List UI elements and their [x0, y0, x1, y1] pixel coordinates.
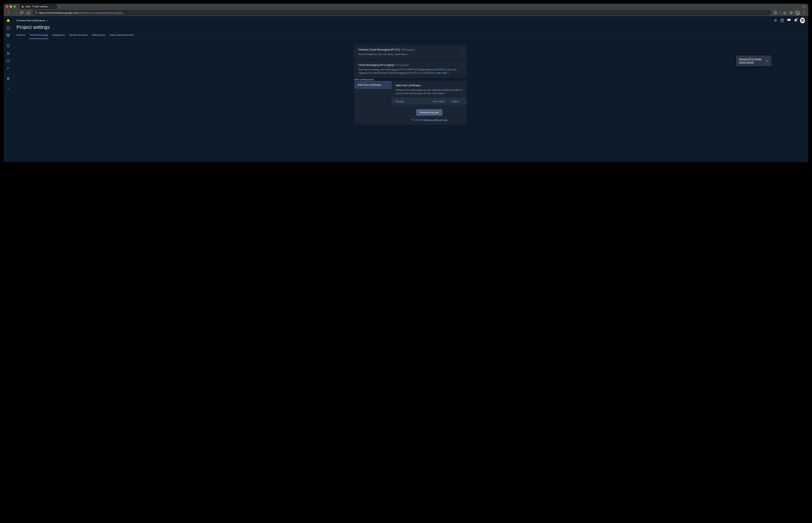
- sidebar-people-icon[interactable]: [5, 50, 12, 56]
- web-config-heading: Web configuration: [351, 78, 471, 81]
- theme-toggle-icon[interactable]: [773, 18, 778, 22]
- tab-data-privacy[interactable]: Data privacy: [92, 32, 105, 39]
- project-name: Chrome Push Notifications: [17, 19, 45, 22]
- config-main: Web Push certificates Firebase Cloud Mes…: [392, 81, 467, 125]
- new-tab-button[interactable]: +: [57, 5, 63, 8]
- manage-api-popup[interactable]: Manage API in Google Cloud Console: [736, 55, 772, 66]
- topbar-right: [773, 18, 805, 22]
- card-desc: Recommended for most use cases. Learn mo…: [358, 53, 462, 56]
- site-info-icon[interactable]: [35, 12, 37, 14]
- tab-strip: Libby - Project settings - Fire × +: [19, 4, 63, 9]
- import-key-pair-link[interactable]: import an existing key pair: [423, 119, 447, 121]
- browser-window: Libby - Project settings - Fire × + ⌄ ht: [4, 4, 808, 162]
- dropdown-icon: ▼: [47, 19, 48, 21]
- fcm-v1-card: Firebase Cloud Messaging API (V1) Disabl…: [354, 45, 467, 59]
- side-panel-button[interactable]: [789, 10, 794, 15]
- tab-integrations[interactable]: Integrations: [52, 32, 65, 39]
- external-link-icon: [766, 59, 769, 62]
- disabled-badge: Disabled: [396, 64, 409, 67]
- svg-rect-12: [9, 77, 10, 78]
- labs-button[interactable]: [782, 10, 787, 15]
- window-minimize-button[interactable]: [10, 5, 12, 8]
- generate-key-pair-button[interactable]: Generate key pair: [416, 109, 442, 116]
- card-title-row: Firebase Cloud Messaging API (V1) Disabl…: [358, 48, 462, 51]
- notifications-icon[interactable]: [794, 18, 798, 22]
- tab-users-permissions[interactable]: Users and permissions: [109, 32, 134, 39]
- config-sidebar: Web Push certificates: [354, 81, 392, 125]
- popup-text: Manage API in Google Cloud Console: [739, 58, 762, 64]
- home-button[interactable]: [26, 10, 31, 15]
- tab-general[interactable]: General: [17, 32, 25, 39]
- help-icon[interactable]: [780, 18, 784, 22]
- browser-tab[interactable]: Libby - Project settings - Fire ×: [19, 4, 57, 9]
- learn-more-link[interactable]: Learn more: [394, 53, 408, 56]
- card-menu-button[interactable]: ⋮: [461, 48, 464, 52]
- window-maximize-button[interactable]: [14, 5, 16, 8]
- svg-rect-11: [8, 77, 8, 78]
- notification-dot: [797, 18, 798, 19]
- topbar: Chrome Push Notifications ▼: [13, 16, 808, 23]
- learn-more-link[interactable]: Learn more: [432, 92, 446, 95]
- toolbar-right: [773, 10, 806, 15]
- svg-point-19: [775, 20, 776, 21]
- web-push-certs-tab[interactable]: Web Push certificates: [354, 81, 392, 89]
- titlebar: Libby - Project settings - Fire × + ⌄: [4, 4, 808, 10]
- learn-more-link[interactable]: Learn more: [436, 72, 449, 74]
- tab-close-icon[interactable]: ×: [53, 5, 55, 8]
- settings-tabs: General Cloud Messaging Integrations Ser…: [13, 32, 808, 39]
- back-button[interactable]: [6, 10, 11, 15]
- profile-button[interactable]: [795, 10, 800, 15]
- tab-service-accounts[interactable]: Service accounts: [69, 32, 88, 39]
- web-config-card: Web Push certificates Web Push certifica…: [354, 81, 467, 125]
- main-content: Chrome Push Notifications ▼: [13, 16, 808, 162]
- sidebar-settings-icon[interactable]: [5, 32, 12, 39]
- sidebar-apps-icon[interactable]: [5, 75, 12, 82]
- tab-cloud-messaging[interactable]: Cloud Messaging: [29, 32, 48, 39]
- sidebar-cloud-icon[interactable]: [5, 57, 12, 64]
- forward-button[interactable]: [12, 10, 18, 15]
- window-close-button[interactable]: [6, 5, 8, 8]
- svg-point-6: [804, 13, 804, 14]
- account-avatar[interactable]: [800, 18, 805, 22]
- disabled-badge: Disabled: [402, 48, 414, 51]
- svg-point-8: [7, 52, 8, 53]
- firebase-logo-icon[interactable]: [6, 18, 11, 23]
- project-selector[interactable]: Chrome Push Notifications ▼: [17, 19, 48, 22]
- extensions-button[interactable]: [773, 10, 778, 15]
- sidebar-expand-icon[interactable]: [5, 85, 12, 92]
- svg-rect-18: [9, 79, 10, 80]
- tabs-overflow-button[interactable]: ⌄: [801, 5, 806, 8]
- app-content: Chrome Push Notifications ▼: [4, 16, 808, 162]
- titlebar-right: ⌄: [801, 5, 806, 8]
- th-date: Date added: [433, 100, 452, 103]
- import-line: You can also import an existing key pair: [392, 119, 467, 121]
- table-body: Generate key pair You can also import an…: [392, 105, 467, 125]
- address-bar[interactable]: https://console.firebase.google.com/proj…: [33, 10, 771, 16]
- sidebar-home-icon[interactable]: [5, 24, 12, 31]
- svg-point-7: [8, 35, 9, 36]
- svg-point-9: [8, 52, 10, 53]
- svg-line-26: [396, 64, 398, 66]
- svg-rect-1: [36, 13, 36, 13]
- svg-rect-13: [7, 78, 8, 79]
- reload-button[interactable]: [19, 10, 24, 15]
- card-menu-button[interactable]: ⋮: [461, 63, 464, 67]
- traffic-lights: [6, 5, 16, 8]
- kebab-menu-button[interactable]: [801, 10, 806, 15]
- sidebar-remote-config-icon[interactable]: [5, 65, 12, 72]
- sidebar-shield-icon[interactable]: [5, 42, 12, 49]
- card-desc: If you are an existing user of the legac…: [358, 68, 462, 75]
- feedback-icon[interactable]: [787, 18, 791, 22]
- tab-title: Libby - Project settings - Fire: [25, 5, 52, 8]
- svg-point-5: [804, 13, 804, 13]
- config-title: Web Push certificates: [395, 84, 463, 87]
- svg-rect-14: [8, 78, 8, 79]
- api-cards: Firebase Cloud Messaging API (V1) Disabl…: [351, 45, 471, 78]
- svg-rect-10: [7, 77, 8, 78]
- svg-point-4: [804, 12, 804, 12]
- fcm-legacy-card: Cloud Messaging API (Legacy) Disabled If…: [354, 60, 467, 78]
- svg-rect-16: [7, 79, 8, 80]
- url-text: https://console.firebase.google.com/proj…: [39, 12, 769, 14]
- fcm-v1-title: Firebase Cloud Messaging API (V1): [358, 48, 400, 51]
- firebase-favicon-icon: [21, 5, 24, 8]
